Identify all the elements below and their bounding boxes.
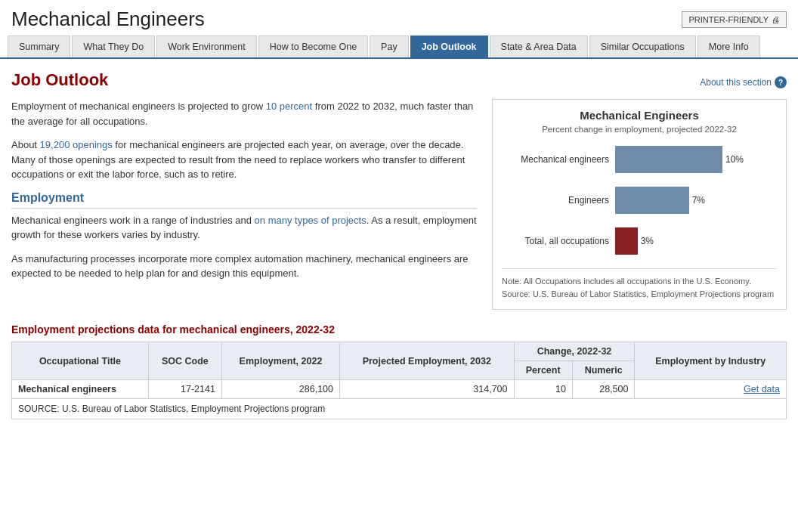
10-percent-link[interactable]: 10 percent [266, 101, 312, 112]
chart-title: Mechanical Engineers [502, 109, 777, 122]
col-header-percent: Percent [514, 361, 572, 380]
bar-total-occupations: 3% [615, 227, 654, 255]
bar-engineers: 7% [615, 187, 705, 214]
para-employment-1: Mechanical engineers work in a range of … [11, 213, 477, 243]
col-header-emp-by-industry: Employment by Industry [635, 342, 787, 380]
on-many-types-link[interactable]: on many types of projects [255, 215, 367, 226]
cell-pct-change: 10 [514, 380, 572, 399]
chart-note: Note: All Occupations includes all occup… [502, 268, 777, 300]
col-header-emp-2022: Employment, 2022 [221, 342, 339, 380]
projections-section: Employment projections data for mechanic… [11, 323, 787, 419]
bar-row-total-occupations: Total, all occupations 3% [509, 227, 769, 255]
bar-pct-engineers: 7% [692, 195, 705, 206]
printer-friendly-button[interactable]: PRINTER-FRIENDLY 🖨 [682, 11, 787, 28]
bar-label-engineers: Engineers [509, 195, 615, 206]
col-header-soc-code: SOC Code [148, 342, 221, 380]
about-this-section-link[interactable]: About this section ? [700, 76, 787, 88]
tab-state-area-data[interactable]: State & Area Data [490, 36, 588, 57]
chart-subtitle: Percent change in employment, projected … [502, 125, 777, 134]
projections-table: Occupational Title SOC Code Employment, … [11, 342, 787, 399]
tab-pay[interactable]: Pay [370, 36, 409, 57]
get-data-link[interactable]: Get data [744, 384, 780, 394]
chart-area: Mechanical engineers 10% Engineers [502, 146, 777, 255]
bar-container-mechanical-engineers: 10% [615, 146, 769, 173]
tab-similar-occupations[interactable]: Similar Occupations [589, 36, 696, 57]
chart-box: Mechanical Engineers Percent change in e… [492, 99, 787, 310]
bar-container-engineers: 7% [615, 187, 769, 214]
para-openings: About 19,200 openings for mechanical eng… [11, 138, 477, 182]
col-header-occ-title: Occupational Title [12, 342, 149, 380]
cell-soc-code: 17-2141 [148, 380, 221, 399]
col-header-change-group: Change, 2022-32 [514, 342, 635, 361]
chart-note-line1: Note: All Occupations includes all occup… [502, 277, 751, 286]
col-header-proj-emp-2032: Projected Employment, 2032 [340, 342, 515, 380]
main-content: Job Outlook About this section ? Employm… [0, 59, 798, 431]
printer-friendly-label: PRINTER-FRIENDLY [688, 15, 769, 24]
cell-proj-2032: 314,700 [340, 380, 515, 399]
tab-how-to-become[interactable]: How to Become One [258, 36, 368, 57]
tab-work-environment[interactable]: Work Environment [156, 36, 257, 57]
section-title: Job Outlook [11, 70, 108, 90]
chart-note-line2: Source: U.S. Bureau of Labor Statistics,… [502, 289, 774, 298]
para-employment-2: As manufacturing processes incorporate m… [11, 252, 477, 281]
bar-pct-mechanical-engineers: 10% [725, 154, 744, 165]
tab-what-they-do[interactable]: What They Do [72, 36, 155, 57]
table-row: Mechanical engineers 17-2141 286,100 314… [12, 380, 787, 399]
cell-occ-title: Mechanical engineers [12, 380, 149, 399]
page-header: Mechanical Engineers PRINTER-FRIENDLY 🖨 [0, 0, 798, 36]
bar-label-mechanical-engineers: Mechanical engineers [509, 154, 615, 165]
left-column: Employment of mechanical engineers is pr… [11, 99, 477, 310]
19200-link[interactable]: 19,200 openings [40, 139, 113, 150]
tab-bar: Summary What They Do Work Environment Ho… [0, 36, 798, 59]
para-employment-growth: Employment of mechanical engineers is pr… [11, 99, 477, 128]
tab-job-outlook[interactable]: Job Outlook [410, 36, 488, 57]
printer-icon: 🖨 [772, 15, 780, 24]
right-column-chart: Mechanical Engineers Percent change in e… [492, 99, 787, 310]
bar-container-total-occupations: 3% [615, 227, 769, 255]
bar-mechanical-engineers: 10% [615, 146, 744, 173]
info-icon: ? [775, 76, 787, 88]
employment-subheading: Employment [11, 191, 477, 209]
bar-row-mechanical-engineers: Mechanical engineers 10% [509, 146, 769, 173]
about-link-label: About this section [700, 77, 772, 88]
cell-num-change: 28,500 [572, 380, 635, 399]
tab-summary[interactable]: Summary [8, 36, 70, 57]
source-note: SOURCE: U.S. Bureau of Labor Statistics,… [11, 399, 787, 419]
cell-industry-link: Get data [635, 380, 787, 399]
tab-more-info[interactable]: More Info [697, 36, 760, 57]
bar-row-engineers: Engineers 7% [509, 187, 769, 214]
bar-pct-total-occupations: 3% [641, 236, 654, 246]
col-header-numeric: Numeric [572, 361, 635, 380]
content-layout: Employment of mechanical engineers is pr… [11, 99, 787, 310]
cell-emp-2022: 286,100 [221, 380, 339, 399]
section-header-row: Job Outlook About this section ? [11, 70, 787, 90]
page-title: Mechanical Engineers [11, 8, 205, 31]
bar-label-total-occupations: Total, all occupations [509, 236, 615, 246]
projections-title: Employment projections data for mechanic… [11, 323, 787, 336]
